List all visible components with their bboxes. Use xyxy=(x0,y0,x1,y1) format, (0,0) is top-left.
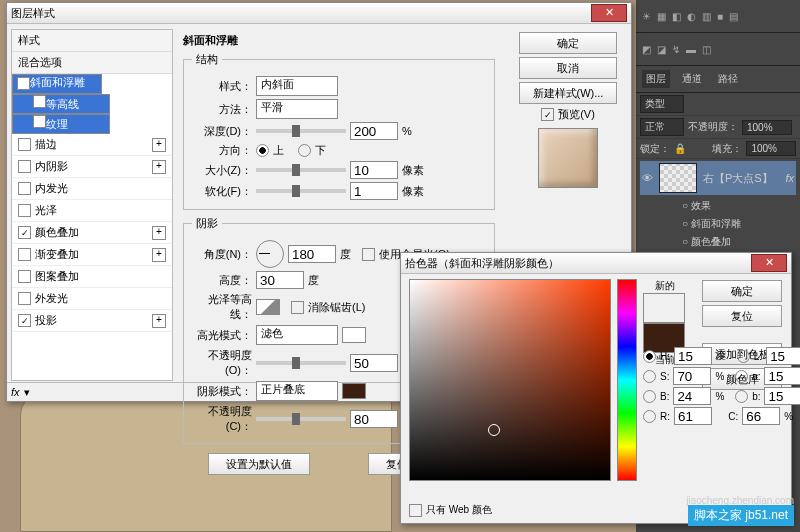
b-radio[interactable] xyxy=(643,390,656,403)
shadow-opacity-input[interactable] xyxy=(350,410,398,428)
add-icon[interactable]: + xyxy=(152,248,166,262)
shadow-color[interactable] xyxy=(342,383,366,399)
dialog-titlebar[interactable]: 图层样式 ✕ xyxy=(7,3,631,24)
chevron-down-icon[interactable]: ▾ xyxy=(24,386,30,399)
style-checkbox[interactable] xyxy=(33,95,46,108)
antialias-checkbox[interactable] xyxy=(291,301,304,314)
tab-channels[interactable]: 通道 xyxy=(678,70,706,88)
add-icon[interactable]: + xyxy=(152,226,166,240)
style-checkbox[interactable] xyxy=(18,138,31,151)
style-checkbox[interactable] xyxy=(17,77,30,90)
style-checkbox[interactable] xyxy=(18,270,31,283)
style-item-9[interactable]: 图案叠加 xyxy=(12,266,172,288)
style-item-11[interactable]: 投影+ xyxy=(12,310,172,332)
close-icon[interactable]: ✕ xyxy=(751,254,787,272)
s-input[interactable] xyxy=(673,367,711,385)
style-checkbox[interactable] xyxy=(18,248,31,261)
style-checkbox[interactable] xyxy=(18,182,31,195)
add-icon[interactable]: + xyxy=(152,160,166,174)
layer-kind[interactable]: 类型 xyxy=(640,95,684,113)
layer-row[interactable]: 👁 右【P大点S】 fx xyxy=(640,161,796,195)
fill-value[interactable]: 100% xyxy=(746,141,796,156)
tab-paths[interactable]: 路径 xyxy=(714,70,742,88)
blend-options-header[interactable]: 混合选项 xyxy=(12,52,172,74)
close-icon[interactable]: ✕ xyxy=(591,4,627,22)
l-input[interactable] xyxy=(766,347,800,365)
opacity-value[interactable]: 100% xyxy=(742,120,792,135)
styles-header[interactable]: 样式 xyxy=(12,30,172,52)
preview-checkbox[interactable]: ✓ xyxy=(541,108,554,121)
picker-ok-button[interactable]: 确定 xyxy=(702,280,782,302)
highlight-color[interactable] xyxy=(342,327,366,343)
style-item-5[interactable]: 内发光 xyxy=(12,178,172,200)
style-item-2[interactable]: 纹理 xyxy=(12,114,110,134)
size-slider[interactable] xyxy=(256,168,346,172)
soften-slider[interactable] xyxy=(256,189,346,193)
soften-input[interactable] xyxy=(350,182,398,200)
r-radio[interactable] xyxy=(643,410,656,423)
fx-badge[interactable]: fx xyxy=(785,172,794,184)
style-item-7[interactable]: 颜色叠加+ xyxy=(12,222,172,244)
style-checkbox[interactable] xyxy=(18,292,31,305)
hue-slider[interactable] xyxy=(617,279,637,481)
contour-picker[interactable] xyxy=(256,299,280,315)
style-checkbox[interactable] xyxy=(18,160,31,173)
s-radio[interactable] xyxy=(643,370,656,383)
tab-layers[interactable]: 图层 xyxy=(642,70,670,88)
add-icon[interactable]: + xyxy=(152,138,166,152)
picker-titlebar[interactable]: 拾色器（斜面和浮雕阴影颜色） ✕ xyxy=(401,253,791,274)
color-field[interactable] xyxy=(409,279,611,481)
depth-slider[interactable] xyxy=(256,129,346,133)
fx-effects[interactable]: 效果 xyxy=(636,197,800,215)
style-item-3[interactable]: 描边+ xyxy=(12,134,172,156)
style-item-1[interactable]: 等高线 xyxy=(12,94,110,114)
bevel-style-select[interactable]: 内斜面 xyxy=(256,76,338,96)
style-checkbox[interactable] xyxy=(18,204,31,217)
highlight-mode-select[interactable]: 滤色 xyxy=(256,325,338,345)
technique-select[interactable]: 平滑 xyxy=(256,99,338,119)
altitude-input[interactable] xyxy=(256,271,304,289)
angle-input[interactable] xyxy=(288,245,336,263)
a-input[interactable] xyxy=(764,367,800,385)
fx-color-overlay[interactable]: 颜色叠加 xyxy=(636,233,800,251)
direction-up-radio[interactable] xyxy=(256,144,269,157)
shadow-opacity-slider[interactable] xyxy=(256,417,346,421)
style-item-0[interactable]: 斜面和浮雕 xyxy=(12,74,102,94)
style-item-8[interactable]: 渐变叠加+ xyxy=(12,244,172,266)
style-item-4[interactable]: 内阴影+ xyxy=(12,156,172,178)
size-input[interactable] xyxy=(350,161,398,179)
h-radio[interactable] xyxy=(643,350,656,363)
add-icon[interactable]: + xyxy=(152,314,166,328)
style-item-10[interactable]: 外发光 xyxy=(12,288,172,310)
blend-mode[interactable]: 正常 xyxy=(640,118,684,136)
global-light-checkbox[interactable] xyxy=(362,248,375,261)
highlight-opacity-slider[interactable] xyxy=(256,361,346,365)
highlight-opacity-input[interactable] xyxy=(350,354,398,372)
cancel-button[interactable]: 取消 xyxy=(519,57,617,79)
bb-radio[interactable] xyxy=(735,390,748,403)
b-input[interactable] xyxy=(673,387,711,405)
make-default-button[interactable]: 设置为默认值 xyxy=(208,453,310,475)
direction-down-radio[interactable] xyxy=(298,144,311,157)
style-checkbox[interactable] xyxy=(18,314,31,327)
style-checkbox[interactable] xyxy=(33,115,46,128)
angle-dial[interactable] xyxy=(256,240,284,268)
shadow-mode-select[interactable]: 正片叠底 xyxy=(256,381,338,401)
depth-input[interactable] xyxy=(350,122,398,140)
web-only-checkbox[interactable] xyxy=(409,504,422,517)
a-radio[interactable] xyxy=(735,370,748,383)
h-input[interactable] xyxy=(674,347,712,365)
r-input[interactable] xyxy=(674,407,712,425)
style-checkbox[interactable] xyxy=(18,226,31,239)
l-radio[interactable] xyxy=(737,350,750,363)
color-marker[interactable] xyxy=(488,424,500,436)
bb-input[interactable] xyxy=(764,387,800,405)
fx-bevel[interactable]: 斜面和浮雕 xyxy=(636,215,800,233)
c-input[interactable] xyxy=(742,407,780,425)
visibility-icon[interactable]: 👁 xyxy=(642,172,653,184)
new-style-button[interactable]: 新建样式(W)... xyxy=(519,82,617,104)
ok-button[interactable]: 确定 xyxy=(519,32,617,54)
fx-menu-icon[interactable]: fx xyxy=(11,386,20,398)
picker-cancel-button[interactable]: 复位 xyxy=(702,305,782,327)
style-item-6[interactable]: 光泽 xyxy=(12,200,172,222)
